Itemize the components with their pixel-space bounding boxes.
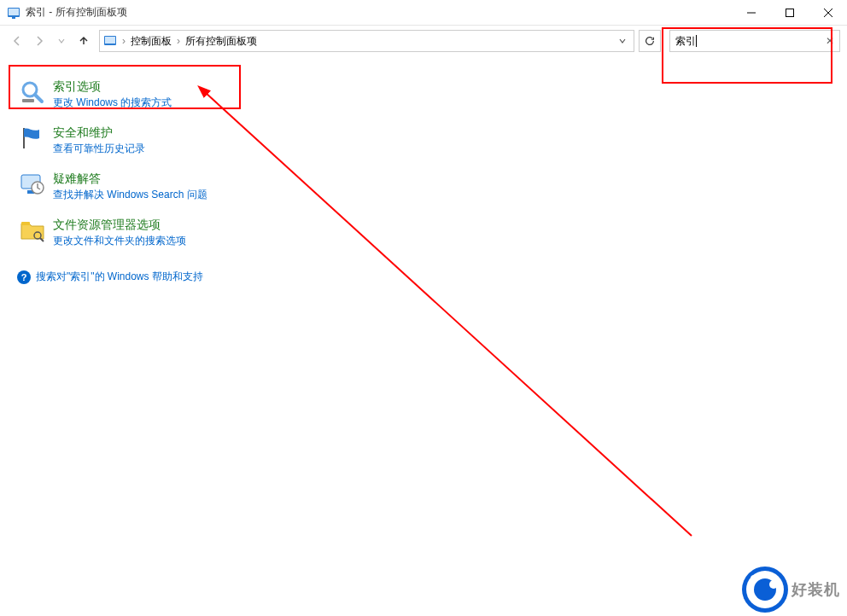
address-dropdown-button[interactable]	[615, 37, 630, 45]
result-item-indexing-options[interactable]: 索引选项 更改 Windows 的搜索方式	[15, 73, 837, 114]
result-subtitle[interactable]: 查看可靠性历史记录	[53, 142, 145, 155]
result-subtitle[interactable]: 更改文件和文件夹的搜索选项	[53, 234, 186, 247]
result-title: 疑难解答	[53, 171, 207, 186]
folder-options-icon	[19, 217, 46, 244]
clear-search-button[interactable]: ✕	[826, 35, 834, 47]
svg-rect-16	[21, 222, 30, 225]
result-title: 文件资源管理器选项	[53, 217, 186, 232]
nav-up-button[interactable]	[73, 31, 94, 51]
result-item-file-explorer-options[interactable]: 文件资源管理器选项 更改文件和文件夹的搜索选项	[15, 212, 837, 253]
window-titlebar: 索引 - 所有控制面板项	[0, 0, 847, 26]
search-input-text: 索引	[675, 34, 696, 49]
window-close-button[interactable]	[809, 0, 847, 26]
svg-rect-2	[12, 17, 15, 19]
svg-rect-4	[786, 9, 793, 17]
search-index-icon	[19, 78, 46, 106]
result-item-security-maintenance[interactable]: 安全和维护 查看可靠性历史记录	[15, 119, 837, 160]
svg-line-10	[35, 95, 42, 102]
control-panel-location-icon	[103, 34, 117, 48]
window-title: 索引 - 所有控制面板项	[26, 5, 127, 20]
address-bar[interactable]: › 控制面板 › 所有控制面板项	[99, 30, 634, 52]
search-results-pane: 索引选项 更改 Windows 的搜索方式 安全和维护 查看可靠性历史记录 疑难…	[0, 56, 847, 294]
svg-rect-11	[22, 99, 34, 102]
result-subtitle[interactable]: 查找并解决 Windows Search 问题	[53, 188, 207, 201]
search-box[interactable]: 索引 ✕	[669, 30, 840, 52]
chevron-right-icon[interactable]: ›	[120, 35, 127, 47]
svg-rect-1	[9, 9, 19, 15]
nav-forward-button[interactable]	[29, 31, 50, 51]
text-cursor	[696, 35, 697, 47]
chevron-right-icon[interactable]: ›	[175, 35, 182, 47]
control-panel-icon	[7, 6, 20, 20]
troubleshoot-icon	[19, 171, 46, 198]
window-minimize-button[interactable]	[732, 0, 770, 26]
result-item-troubleshooting[interactable]: 疑难解答 查找并解决 Windows Search 问题	[15, 166, 837, 206]
flag-icon	[19, 125, 46, 152]
help-icon: ?	[17, 270, 31, 284]
watermark-text: 好装机	[792, 581, 840, 598]
nav-recent-dropdown[interactable]	[51, 31, 72, 51]
navigation-bar: › 控制面板 › 所有控制面板项 索引 ✕	[0, 26, 847, 56]
result-title: 安全和维护	[53, 125, 145, 140]
refresh-button[interactable]	[639, 30, 661, 52]
watermark-logo: 好装机	[742, 567, 840, 613]
svg-rect-8	[105, 37, 115, 44]
window-maximize-button[interactable]	[770, 0, 809, 26]
breadcrumb-item[interactable]: 控制面板	[127, 34, 175, 49]
help-text: 搜索对"索引"的 Windows 帮助和支持	[36, 270, 203, 284]
help-link[interactable]: ? 搜索对"索引"的 Windows 帮助和支持	[15, 270, 837, 284]
nav-back-button[interactable]	[7, 31, 27, 51]
breadcrumb-item[interactable]: 所有控制面板项	[182, 34, 260, 49]
result-subtitle[interactable]: 更改 Windows 的搜索方式	[53, 96, 172, 109]
result-title: 索引选项	[53, 78, 172, 94]
